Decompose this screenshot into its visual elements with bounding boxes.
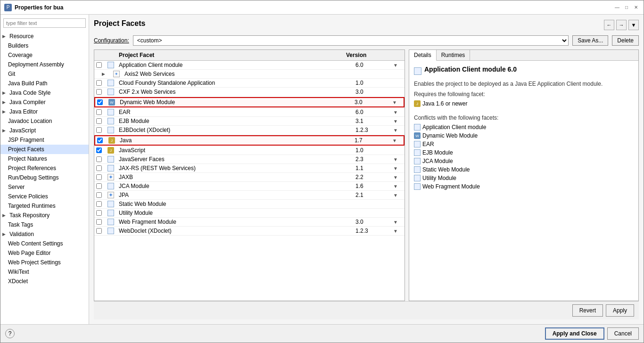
tab-details[interactable]: Details	[409, 50, 437, 61]
sidebar-item-deployment-assembly[interactable]: Deployment Assembly	[0, 60, 89, 69]
sidebar-item-builders[interactable]: Builders	[0, 41, 89, 50]
help-button[interactable]: ?	[5, 329, 15, 338]
sidebar-item-project-natures[interactable]: Project Natures	[0, 154, 89, 163]
dropdown-arrow-icon[interactable]: ▼	[393, 220, 403, 225]
dropdown-arrow-icon[interactable]: ▼	[393, 157, 403, 162]
dropdown-arrow-icon[interactable]: ▼	[393, 166, 403, 171]
sidebar-item-task-repository[interactable]: ▶ Task Repository	[0, 211, 89, 220]
page-icon	[107, 210, 114, 216]
sidebar-item-validation[interactable]: ▶ Validation	[0, 229, 89, 239]
right-panel: Project Facets ← → ▼ Configuration: <cus…	[89, 15, 644, 324]
facet-checkbox[interactable]	[96, 228, 102, 234]
config-select[interactable]: <custom>	[133, 35, 569, 46]
sidebar-item-web-page-editor[interactable]: Web Page Editor	[0, 248, 89, 258]
facets-table-panel: Project Facet Version Application Client…	[94, 49, 405, 301]
dropdown-arrow-icon[interactable]: ▼	[393, 184, 403, 189]
sidebar-item-task-tags[interactable]: Task Tags	[0, 220, 89, 229]
sidebar-item-resource[interactable]: ▶ Resource	[0, 32, 89, 41]
sidebar-item-wikitext[interactable]: WikiText	[0, 267, 89, 277]
dropdown-arrow-icon[interactable]: ▼	[393, 119, 403, 124]
page-icon	[414, 141, 421, 147]
facet-checkbox[interactable]	[96, 219, 102, 225]
facet-checkbox[interactable]	[96, 62, 102, 68]
sidebar-item-web-content[interactable]: Web Content Settings	[0, 239, 89, 248]
sidebar: ▶ Resource Builders Coverage Deployment …	[0, 15, 89, 324]
sidebar-item-coverage[interactable]: Coverage	[0, 50, 89, 60]
facet-checkbox[interactable]	[97, 138, 103, 143]
facet-checkbox[interactable]	[96, 89, 102, 95]
sidebar-item-javascript[interactable]: ▶ JavaScript	[0, 126, 89, 135]
facet-checkbox[interactable]	[96, 201, 102, 207]
table-row: Cloud Foundry Standalone Application 1.0	[94, 79, 405, 88]
sidebar-item-jsp-fragment[interactable]: JSP Fragment	[0, 135, 89, 145]
arrow-icon: ▶	[2, 109, 6, 114]
apply-button[interactable]: Apply	[606, 304, 634, 317]
panel-title: Project Facets	[94, 19, 145, 28]
table-row: Utility Module	[94, 209, 405, 218]
dropdown-arrow-icon[interactable]: ▼	[393, 128, 403, 133]
dropdown-arrow-icon[interactable]: ▼	[392, 100, 402, 105]
dropdown-arrow-icon[interactable]: ▼	[393, 193, 403, 198]
sidebar-item-server[interactable]: Server	[0, 182, 89, 192]
forward-button[interactable]: →	[616, 20, 627, 30]
facet-checkbox[interactable]	[97, 99, 103, 105]
back-button[interactable]: ←	[604, 20, 614, 30]
delete-button[interactable]: Delete	[612, 35, 639, 46]
sidebar-item-xdoclet[interactable]: XDoclet	[0, 277, 89, 286]
arrow-icon: ▶	[2, 90, 6, 95]
facet-checkbox[interactable]	[96, 183, 102, 189]
sidebar-item-java-build-path[interactable]: Java Build Path	[0, 79, 89, 88]
tab-runtimes[interactable]: Runtimes	[437, 50, 471, 60]
config-row: Configuration: <custom> Save As... Delet…	[94, 35, 639, 46]
sidebar-item-project-facets[interactable]: Project Facets	[0, 145, 89, 154]
sidebar-item-javadoc[interactable]: Javadoc Location	[0, 116, 89, 126]
config-label: Configuration:	[94, 37, 129, 44]
dropdown-arrow-icon[interactable]: ▼	[393, 175, 403, 180]
maximize-button[interactable]: □	[623, 4, 630, 11]
sidebar-item-run-debug[interactable]: Run/Debug Settings	[0, 173, 89, 182]
sidebar-item-java-code-style[interactable]: ▶ Java Code Style	[0, 88, 89, 98]
close-button[interactable]: ✕	[632, 4, 640, 11]
facet-checkbox[interactable]	[96, 147, 102, 153]
page-icon	[107, 127, 114, 133]
facet-checkbox[interactable]	[96, 80, 102, 86]
facet-checkbox[interactable]	[96, 192, 102, 198]
dropdown-arrow-icon[interactable]: ▼	[393, 229, 403, 234]
cross-icon: ✦	[107, 174, 114, 180]
facet-name: JPA	[119, 192, 355, 198]
table-row: Web Fragment Module 3.0 ▼	[94, 218, 405, 227]
facet-name: JAX-RS (REST Web Services)	[119, 165, 355, 172]
filter-input[interactable]	[3, 18, 86, 28]
sidebar-item-label: Web Content Settings	[8, 240, 63, 247]
facet-version: 2.3	[355, 156, 393, 163]
facet-checkbox[interactable]	[96, 174, 102, 180]
save-as-button[interactable]: Save As...	[572, 35, 608, 46]
apply-close-button[interactable]: Apply and Close	[545, 327, 604, 340]
facet-checkbox[interactable]	[96, 156, 102, 162]
revert-button[interactable]: Revert	[572, 304, 603, 317]
cancel-button[interactable]: Cancel	[607, 327, 639, 340]
sidebar-item-service-policies[interactable]: Service Policies	[0, 192, 89, 201]
sidebar-item-web-project[interactable]: Web Project Settings	[0, 258, 89, 267]
details-content: Application Client module 6.0 Enables th…	[409, 61, 638, 301]
facet-checkbox[interactable]	[96, 109, 102, 115]
sidebar-item-label: Targeted Runtimes	[8, 203, 56, 209]
minimize-button[interactable]: —	[613, 4, 621, 11]
facet-checkbox[interactable]	[96, 118, 102, 124]
dropdown-arrow-icon[interactable]: ▼	[393, 63, 403, 68]
dropdown-arrow-icon[interactable]: ▼	[392, 138, 402, 143]
col-version-header: Version	[346, 52, 393, 58]
facet-name: EJB Module	[119, 118, 355, 124]
details-description: Enables the project to be deployed as a …	[414, 81, 634, 87]
dropdown-arrow-icon[interactable]: ▼	[393, 110, 403, 115]
sidebar-item-java-editor[interactable]: ▶ Java Editor	[0, 107, 89, 116]
sidebar-item-java-compiler[interactable]: ▶ Java Compiler	[0, 98, 89, 107]
page-icon	[107, 80, 114, 86]
sidebar-item-targeted-runtimes[interactable]: Targeted Runtimes	[0, 201, 89, 211]
facet-checkbox[interactable]	[96, 210, 102, 216]
sidebar-item-project-references[interactable]: Project References	[0, 163, 89, 173]
sidebar-item-git[interactable]: Git	[0, 69, 89, 79]
dropdown-button[interactable]: ▼	[628, 20, 639, 30]
facet-checkbox[interactable]	[96, 165, 102, 171]
facet-checkbox[interactable]	[96, 127, 102, 133]
